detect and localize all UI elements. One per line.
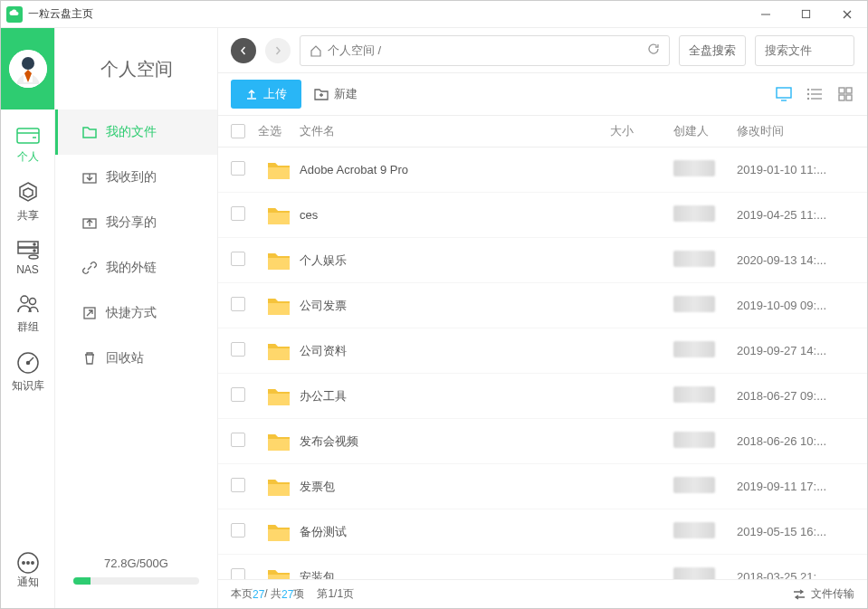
menu-label: 回收站 xyxy=(106,350,144,366)
svg-rect-38 xyxy=(846,88,852,93)
menu-shortcuts[interactable]: 快捷方式 xyxy=(55,290,217,336)
path-toolbar: 个人空间 / 全盘搜索 xyxy=(218,28,867,73)
table-row[interactable]: 安装包2018-03-25 21:... xyxy=(218,555,867,579)
close-button[interactable] xyxy=(826,1,867,28)
menu-trash[interactable]: 回收站 xyxy=(55,336,217,381)
new-button[interactable]: 新建 xyxy=(314,80,358,109)
menu-label: 我分享的 xyxy=(106,214,157,231)
table-row[interactable]: ces2019-04-25 11:... xyxy=(218,193,867,238)
svg-point-17 xyxy=(21,296,28,303)
storage-info: 72.8G/500G xyxy=(55,547,217,608)
file-creator xyxy=(673,567,737,579)
folder-icon xyxy=(258,159,300,181)
file-name: 备份测试 xyxy=(300,524,610,540)
col-selectall[interactable]: 全选 xyxy=(258,123,300,139)
row-checkbox[interactable] xyxy=(231,252,245,266)
table-row[interactable]: 公司发票2019-10-09 09:... xyxy=(218,283,867,328)
table-row[interactable]: 公司资料2019-09-27 14:... xyxy=(218,328,867,374)
nav-group[interactable]: 群组 xyxy=(16,292,40,335)
file-creator xyxy=(673,296,737,315)
nav-nas[interactable]: NAS xyxy=(16,240,40,276)
select-all-checkbox[interactable] xyxy=(231,124,245,138)
table-row[interactable]: 发票包2019-09-11 17:... xyxy=(218,464,867,509)
col-name[interactable]: 文件名 xyxy=(300,123,610,139)
view-monitor-button[interactable] xyxy=(775,85,793,103)
svg-rect-40 xyxy=(846,95,852,100)
menu-shared[interactable]: 我分享的 xyxy=(55,200,217,245)
row-checkbox[interactable] xyxy=(231,161,245,176)
table-row[interactable]: Adobe Acrobat 9 Pro2019-01-10 11:... xyxy=(218,147,867,193)
table-header: 全选 文件名 大小 创建人 修改时间 xyxy=(218,115,867,147)
row-checkbox[interactable] xyxy=(231,206,245,221)
table-row[interactable]: 个人娱乐2020-09-13 14:... xyxy=(218,238,867,283)
nav-back-button[interactable] xyxy=(231,38,256,63)
menu-my-files[interactable]: 我的文件 xyxy=(55,109,217,155)
search-scope-select[interactable]: 全盘搜索 xyxy=(679,35,746,66)
view-list-button[interactable] xyxy=(806,85,824,103)
refresh-button[interactable] xyxy=(647,43,660,58)
folder-icon xyxy=(258,295,300,317)
nav-forward-button[interactable] xyxy=(265,38,291,63)
row-checkbox[interactable] xyxy=(231,297,245,311)
file-list[interactable]: Adobe Acrobat 9 Pro2019-01-10 11:...ces2… xyxy=(218,147,867,579)
svg-point-15 xyxy=(33,250,35,252)
col-creator[interactable]: 创建人 xyxy=(673,123,737,139)
menu-label: 快捷方式 xyxy=(106,305,157,321)
col-size[interactable]: 大小 xyxy=(610,123,673,139)
row-checkbox[interactable] xyxy=(231,387,245,402)
svg-point-16 xyxy=(29,255,38,259)
row-checkbox[interactable] xyxy=(231,478,245,492)
upload-button[interactable]: 上传 xyxy=(231,80,301,109)
file-name: 发布会视频 xyxy=(300,433,610,450)
minimize-button[interactable] xyxy=(745,1,786,28)
avatar-box xyxy=(1,28,54,109)
col-time[interactable]: 修改时间 xyxy=(737,123,854,139)
menu-label: 我收到的 xyxy=(106,169,157,186)
titlebar: 一粒云盘主页 xyxy=(1,1,867,28)
file-time: 2019-09-11 17:... xyxy=(737,480,854,493)
sidebar: 个人空间 我的文件 我收到的 我分享的 我的外链 快捷方式 xyxy=(55,28,218,608)
row-checkbox[interactable] xyxy=(231,433,245,447)
file-name: ces xyxy=(300,208,610,222)
svg-point-5 xyxy=(22,57,34,70)
file-transfer-button[interactable]: 文件传输 xyxy=(793,586,854,602)
row-checkbox[interactable] xyxy=(231,523,245,538)
row-checkbox[interactable] xyxy=(231,568,245,579)
folder-icon xyxy=(258,250,300,271)
nav-knowledge[interactable]: 知识库 xyxy=(12,351,44,394)
link-icon xyxy=(82,261,97,275)
content-area: 个人空间 / 全盘搜索 上传 新建 xyxy=(218,28,867,608)
svg-rect-29 xyxy=(777,88,791,98)
file-creator xyxy=(673,160,737,179)
breadcrumb-path[interactable]: 个人空间 / xyxy=(300,35,670,66)
folder-icon xyxy=(258,385,300,407)
search-input[interactable] xyxy=(755,35,854,66)
new-folder-icon xyxy=(314,88,329,100)
file-time: 2018-06-26 10:... xyxy=(737,434,854,448)
nav-notification[interactable]: 通知 xyxy=(16,551,40,590)
folder-icon xyxy=(258,476,300,498)
left-nav: 个人 共享 NAS 群组 知识库 通知 xyxy=(1,28,55,608)
maximize-button[interactable] xyxy=(786,1,826,28)
svg-marker-10 xyxy=(20,183,36,201)
svg-rect-7 xyxy=(17,128,39,143)
file-time: 2018-06-27 09:... xyxy=(737,389,854,403)
file-creator xyxy=(673,522,737,541)
user-avatar[interactable] xyxy=(9,50,47,88)
menu-received[interactable]: 我收到的 xyxy=(55,155,217,200)
status-footer: 本页 27 / 共 27 项 第1/1页 文件传输 xyxy=(218,579,867,608)
folder-icon xyxy=(82,126,97,138)
inbox-icon xyxy=(82,171,97,184)
svg-rect-39 xyxy=(839,95,844,100)
nav-personal[interactable]: 个人 xyxy=(16,126,40,165)
svg-point-35 xyxy=(807,93,809,95)
trash-icon xyxy=(82,351,97,366)
table-row[interactable]: 办公工具2018-06-27 09:... xyxy=(218,374,867,419)
menu-links[interactable]: 我的外链 xyxy=(55,245,217,290)
row-checkbox[interactable] xyxy=(231,342,245,357)
view-grid-button[interactable] xyxy=(836,85,854,103)
nav-share[interactable]: 共享 xyxy=(16,181,40,224)
table-row[interactable]: 备份测试2019-05-15 16:... xyxy=(218,509,867,555)
table-row[interactable]: 发布会视频2018-06-26 10:... xyxy=(218,419,867,464)
file-creator xyxy=(673,477,737,496)
